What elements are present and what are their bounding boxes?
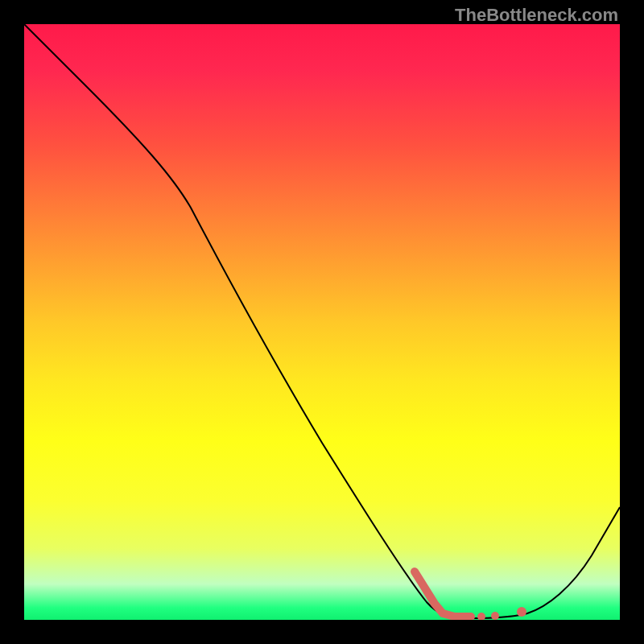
accent-dot [477,613,485,620]
watermark-text: TheBottleneck.com [455,5,618,26]
plot-area [24,24,620,620]
accent-dot [491,612,499,620]
accent-minimum-region [415,572,471,617]
chart-container: TheBottleneck.com [0,0,644,644]
accent-dot [517,607,526,617]
curve-svg [24,24,620,620]
bottleneck-curve [24,24,620,618]
